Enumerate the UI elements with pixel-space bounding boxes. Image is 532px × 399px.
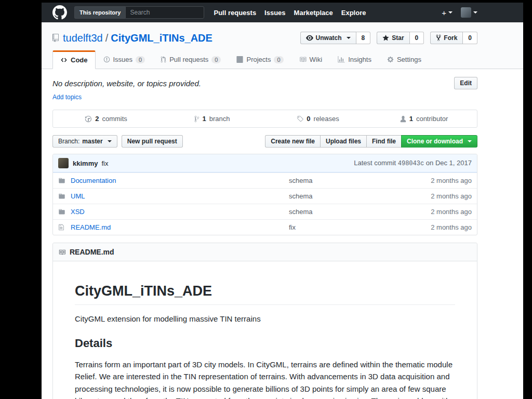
nav-marketplace[interactable]: Marketplace bbox=[294, 9, 333, 17]
search-input[interactable] bbox=[125, 6, 204, 19]
commit-hash-link[interactable]: 498043c bbox=[398, 160, 424, 167]
branches-count: 1 bbox=[203, 115, 206, 123]
clone-or-download-button[interactable]: Clone or download bbox=[401, 135, 477, 148]
tab-projects[interactable]: Projects 0 bbox=[229, 50, 291, 69]
file-link[interactable]: README.md bbox=[71, 223, 111, 231]
releases-stat[interactable]: 0 releases bbox=[265, 110, 371, 127]
watchers-count[interactable]: 8 bbox=[356, 32, 371, 44]
repo-main: No description, website, or topics provi… bbox=[52, 69, 477, 399]
commits-stat[interactable]: 2 commits bbox=[53, 110, 159, 127]
nav-pull-requests[interactable]: Pull requests bbox=[214, 9, 256, 17]
readme-book-icon bbox=[58, 249, 66, 256]
left-actions: Branch: master New pull request bbox=[52, 135, 183, 148]
dropdown-caret-icon bbox=[108, 140, 112, 142]
plus-icon: + bbox=[442, 8, 446, 17]
repo-social-actions: Unwatch 8 Star 0 bbox=[300, 32, 477, 44]
file-row: README.md fix 2 months ago bbox=[53, 219, 477, 235]
file-link[interactable]: Documentation bbox=[71, 177, 116, 184]
nav-issues[interactable]: Issues bbox=[264, 9, 285, 17]
commit-author-link[interactable]: kkimmy bbox=[73, 159, 98, 167]
tab-insights[interactable]: Insights bbox=[330, 50, 379, 69]
branches-stat[interactable]: 1 branch bbox=[159, 110, 265, 127]
readme-header: README.md bbox=[53, 243, 477, 261]
new-pull-request-button[interactable]: New pull request bbox=[122, 135, 183, 148]
contributor-icon bbox=[400, 115, 406, 123]
create-new-menu[interactable]: + bbox=[442, 8, 453, 17]
file-actions-row: Branch: master New pull request Create n… bbox=[52, 135, 477, 148]
tab-issues-label: Issues bbox=[113, 56, 133, 63]
screenshot-stage: This repository Pull requests Issues Mar… bbox=[0, 0, 532, 399]
folder-icon bbox=[58, 177, 71, 184]
readme-title: CityGML_iTINs_ADE bbox=[75, 283, 455, 305]
tab-pull-requests[interactable]: Pull requests 0 bbox=[153, 50, 229, 69]
create-new-file-button[interactable]: Create new file bbox=[265, 135, 321, 148]
file-commit-message[interactable]: schema bbox=[289, 192, 313, 200]
commit-message-link[interactable]: fix bbox=[101, 159, 108, 167]
file-commit-message[interactable]: schema bbox=[289, 208, 313, 216]
eye-icon bbox=[306, 34, 313, 42]
file-commit-message[interactable]: fix bbox=[289, 223, 296, 231]
unwatch-label: Unwatch bbox=[316, 34, 342, 42]
header-right-controls: + bbox=[442, 7, 477, 18]
top-nav: Pull requests Issues Marketplace Explore bbox=[214, 9, 366, 17]
upload-files-button[interactable]: Upload files bbox=[320, 135, 367, 148]
github-logo[interactable] bbox=[52, 5, 67, 20]
commits-count: 2 bbox=[95, 115, 99, 123]
dropdown-caret-icon bbox=[448, 11, 453, 14]
tab-code-label: Code bbox=[71, 56, 88, 64]
github-page: This repository Pull requests Issues Mar… bbox=[42, 3, 523, 399]
file-age: 2 months ago bbox=[394, 192, 472, 200]
unwatch-button[interactable]: Unwatch bbox=[300, 32, 356, 44]
repo-owner-link[interactable]: tudelft3d bbox=[63, 32, 103, 44]
file-row: Documentation schema 2 months ago bbox=[53, 172, 477, 188]
tab-wiki-label: Wiki bbox=[310, 56, 323, 63]
file-commit-message[interactable]: schema bbox=[289, 177, 313, 184]
folder-icon bbox=[58, 193, 71, 200]
tab-code[interactable]: Code bbox=[52, 50, 96, 69]
file-buttons-group: Create new file Upload files Find file C… bbox=[265, 135, 477, 148]
tab-issues[interactable]: Issues 0 bbox=[96, 50, 153, 69]
fork-group: Fork 0 bbox=[430, 32, 477, 44]
forks-count[interactable]: 0 bbox=[463, 32, 477, 44]
readme-section-heading: Details bbox=[75, 337, 455, 350]
file-link[interactable]: UML bbox=[71, 192, 85, 200]
readme-body: CityGML_iTINs_ADE CityGML extension for … bbox=[53, 261, 477, 399]
nav-explore[interactable]: Explore bbox=[341, 9, 366, 17]
commits-label: commits bbox=[102, 115, 127, 123]
tab-settings[interactable]: Settings bbox=[379, 50, 429, 69]
branch-prefix: Branch: bbox=[58, 138, 79, 145]
commit-author-avatar[interactable] bbox=[58, 158, 69, 168]
latest-commit-prefix: Latest commit bbox=[354, 159, 396, 167]
tab-settings-label: Settings bbox=[397, 56, 421, 63]
global-search: This repository bbox=[74, 6, 204, 19]
repo-summary-bar: 2 commits 1 branch 0 releases 1 contribu… bbox=[52, 110, 477, 128]
star-button[interactable]: Star bbox=[377, 32, 409, 44]
projects-counter: 0 bbox=[274, 56, 283, 63]
readme-intro: CityGML extension for modelling massive … bbox=[75, 314, 455, 323]
star-label: Star bbox=[392, 34, 404, 42]
user-menu[interactable] bbox=[461, 7, 477, 18]
fork-button[interactable]: Fork bbox=[430, 32, 463, 44]
file-row: UML schema 2 months ago bbox=[53, 188, 477, 204]
add-topics-link[interactable]: Add topics bbox=[52, 94, 82, 101]
branch-selector-button[interactable]: Branch: master bbox=[52, 135, 117, 148]
repo-header: tudelft3d / CityGML_iTINs_ADE Unwatch 8 bbox=[42, 22, 523, 69]
folder-icon bbox=[58, 208, 71, 215]
repo-name-link[interactable]: CityGML_iTINs_ADE bbox=[111, 32, 212, 44]
user-avatar bbox=[461, 7, 471, 18]
contributors-stat[interactable]: 1 contributor bbox=[371, 110, 477, 127]
repo-description: No description, website, or topics provi… bbox=[52, 77, 201, 88]
edit-description-button[interactable]: Edit bbox=[454, 77, 477, 89]
latest-commit-date: on Dec 1, 2017 bbox=[426, 159, 472, 167]
issues-counter: 0 bbox=[136, 56, 145, 63]
fork-label: Fork bbox=[444, 34, 457, 42]
releases-count: 0 bbox=[307, 115, 310, 123]
file-link[interactable]: XSD bbox=[71, 208, 85, 216]
branch-name: master bbox=[82, 138, 102, 145]
stars-count[interactable]: 0 bbox=[410, 32, 424, 44]
issue-icon bbox=[103, 56, 110, 63]
gear-icon bbox=[387, 56, 394, 63]
find-file-button[interactable]: Find file bbox=[366, 135, 402, 148]
tab-wiki[interactable]: Wiki bbox=[291, 50, 330, 69]
commits-icon bbox=[85, 115, 92, 123]
